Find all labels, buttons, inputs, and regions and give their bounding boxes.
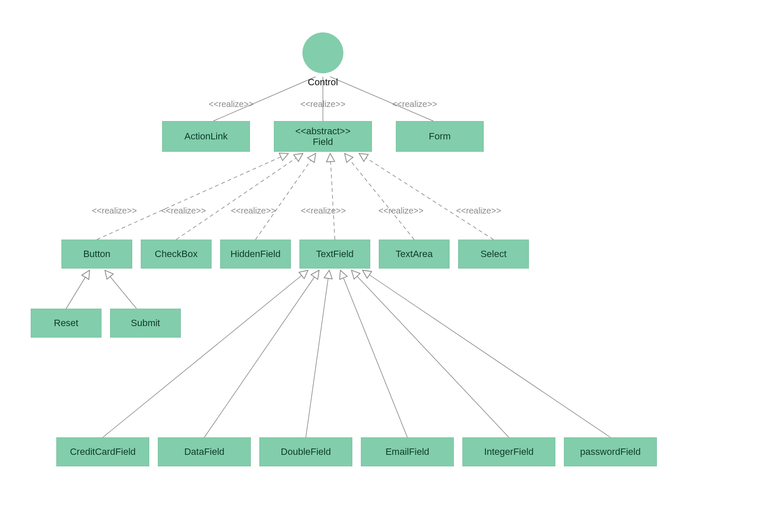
node-label: TextField [316, 249, 354, 259]
edge-select-realizes-field [359, 153, 494, 240]
node-label: Submit [131, 318, 160, 328]
realize-label-hiddenfield: <<realize>> [231, 206, 276, 216]
svg-line-14 [340, 270, 407, 437]
node-label: HiddenField [230, 249, 280, 259]
node-actionlink: ActionLink [162, 121, 250, 152]
edge-doublefield-extends-textfield [306, 270, 329, 437]
root-circle [302, 32, 343, 73]
edge-hiddenfield-realizes-field [256, 153, 316, 240]
node-label: CreditCardField [70, 446, 136, 457]
svg-line-15 [351, 270, 509, 437]
realize-label-textfield: <<realize>> [301, 206, 346, 216]
svg-line-3 [97, 153, 288, 240]
edge-textfield-realizes-field [330, 153, 335, 240]
node-emailfield: EmailField [361, 437, 454, 466]
node-label: DataField [184, 446, 224, 457]
realize-label-button: <<realize>> [92, 206, 137, 216]
svg-line-8 [359, 153, 494, 240]
realize-label-select: <<realize>> [456, 206, 501, 216]
edge-emailfield-extends-textfield [340, 270, 407, 437]
svg-line-12 [204, 270, 319, 437]
node-textfield: TextField [299, 240, 370, 269]
node-hiddenfield: HiddenField [220, 240, 291, 269]
svg-line-5 [256, 153, 316, 240]
node-reset: Reset [31, 309, 102, 338]
node-label: Select [480, 249, 506, 259]
node-textarea: TextArea [379, 240, 450, 269]
node-integerfield: IntegerField [462, 437, 555, 466]
realize-label-textarea: <<realize>> [378, 206, 424, 216]
node-label: EmailField [386, 446, 430, 457]
edge-integerfield-extends-textfield [351, 270, 509, 437]
node-datafield: DataField [158, 437, 251, 466]
svg-line-11 [103, 270, 308, 437]
node-field: <<abstract>> Field [274, 121, 372, 152]
root-label: Control [308, 77, 338, 88]
node-doublefield: DoubleField [259, 437, 352, 466]
edge-datafield-extends-textfield [204, 270, 319, 437]
node-label: ActionLink [184, 131, 228, 142]
edge-passwordfield-extends-textfield [363, 270, 610, 437]
node-label: Button [83, 249, 110, 259]
svg-line-6 [330, 153, 335, 240]
svg-line-7 [345, 153, 414, 240]
node-label: CheckBox [155, 249, 197, 259]
node-label: Reset [54, 318, 78, 328]
edge-button-realizes-field [97, 153, 288, 240]
edge-textarea-realizes-field [345, 153, 414, 240]
node-label: Form [429, 131, 450, 142]
edge-reset-extends-button [66, 270, 90, 309]
diagram-canvas: Control <<realize>> <<realize>> <<realiz… [0, 0, 784, 532]
node-select: Select [458, 240, 529, 269]
node-checkbox: CheckBox [141, 240, 212, 269]
node-creditcardfield: CreditCardField [56, 437, 149, 466]
node-passwordfield: passwordField [564, 437, 657, 466]
svg-line-16 [363, 270, 610, 437]
svg-line-4 [176, 153, 303, 240]
realize-label-field: <<realize>> [300, 99, 346, 109]
realize-label-form: <<realize>> [392, 99, 437, 109]
node-label: IntegerField [484, 446, 534, 457]
node-button: Button [61, 240, 132, 269]
svg-line-10 [105, 270, 136, 309]
realize-label-actionlink: <<realize>> [209, 99, 254, 109]
realize-label-checkbox: <<realize>> [161, 206, 206, 216]
edge-creditcard-extends-textfield [103, 270, 308, 437]
edge-submit-extends-button [105, 270, 136, 309]
node-label: TextArea [396, 249, 433, 259]
node-label: Field [313, 136, 333, 147]
svg-line-9 [66, 270, 90, 309]
node-form: Form [396, 121, 484, 152]
node-submit: Submit [110, 309, 181, 338]
node-label: DoubleField [281, 446, 331, 457]
node-label: passwordField [580, 446, 641, 457]
abstract-stereotype: <<abstract>> [295, 126, 351, 136]
edge-checkbox-realizes-field [176, 153, 303, 240]
svg-line-13 [306, 270, 329, 437]
